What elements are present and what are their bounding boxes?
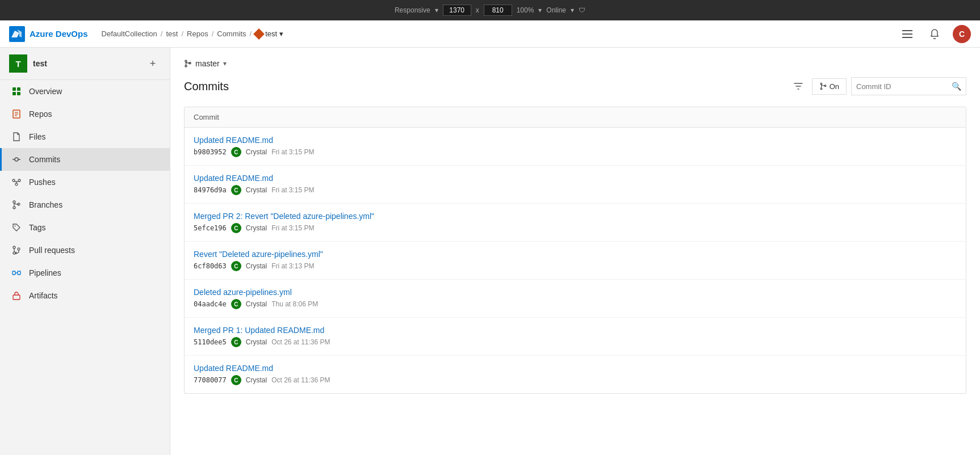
svg-point-28 (18, 248, 20, 250)
list-icon (902, 29, 912, 39)
commit-time: Fri at 3:15 PM (271, 224, 314, 232)
table-column-commit: Commit (194, 113, 219, 121)
commit-time: Oct 26 at 11:36 PM (271, 376, 330, 384)
commit-meta: 04aadc4e C Crystal Thu at 8:06 PM (194, 299, 957, 309)
commit-hash: 84976d9a (194, 186, 227, 194)
breadcrumb-defaultcollection[interactable]: DefaultCollection (102, 30, 157, 38)
table-row[interactable]: Updated README.md 84976d9a C Crystal Fri… (185, 166, 966, 204)
commit-hash: 6cf80d63 (194, 262, 227, 270)
width-input[interactable] (443, 5, 471, 16)
commits-icon (11, 154, 22, 165)
branch-selector[interactable]: master ▾ (184, 59, 966, 68)
artifacts-icon (11, 290, 22, 301)
commit-meta: 84976d9a C Crystal Fri at 3:15 PM (194, 185, 957, 195)
author-avatar: C (231, 375, 241, 385)
graph-button[interactable]: On (812, 78, 847, 95)
commit-meta: 77080077 C Crystal Oct 26 at 11:36 PM (194, 375, 957, 385)
logo-area[interactable]: Azure DevOps (9, 26, 88, 42)
commit-message: Merged PR 2: Revert "Deleted azure-pipel… (194, 212, 957, 221)
commit-id-input[interactable] (856, 82, 952, 91)
height-input[interactable] (484, 5, 512, 16)
author-avatar: C (231, 223, 241, 233)
commits-list: Updated README.md b9803952 C Crystal Fri… (185, 128, 966, 393)
commit-author: Crystal (246, 186, 267, 194)
shield-icon: 🛡 (579, 6, 585, 14)
sidebar-nav: Overview Repos (0, 80, 170, 307)
sidebar-item-overview[interactable]: Overview (0, 80, 170, 103)
commit-message: Deleted azure-pipelines.yml (194, 288, 957, 297)
search-icon: 🔍 (952, 82, 961, 91)
filter-button[interactable] (789, 77, 807, 95)
branches-icon (11, 199, 22, 210)
breadcrumb-commits[interactable]: Commits (217, 30, 246, 38)
svg-rect-5 (17, 87, 20, 91)
zoom-label: 100% (517, 6, 534, 14)
commit-author: Crystal (246, 224, 267, 232)
sidebar-item-pipelines[interactable]: Pipelines (0, 262, 170, 284)
table-row[interactable]: Deleted azure-pipelines.yml 04aadc4e C C… (185, 280, 966, 318)
commit-author: Crystal (246, 376, 267, 384)
sidebar-item-tags[interactable]: Tags (0, 216, 170, 239)
browser-bar: Responsive ▾ x 100% ▾ Online ▾ 🛡 (0, 0, 980, 20)
sidebar-item-label-pipelines: Pipelines (29, 268, 61, 277)
sidebar-item-repos[interactable]: Repos (0, 103, 170, 125)
breadcrumb-repos[interactable]: Repos (187, 30, 208, 38)
add-project-btn[interactable]: + (145, 56, 161, 71)
commit-hash: 77080077 (194, 376, 227, 384)
svg-point-26 (13, 246, 15, 248)
sidebar-item-files[interactable]: Files (0, 125, 170, 148)
sidebar-item-pull-requests[interactable]: Pull requests (0, 239, 170, 262)
logo-text: Azure DevOps (30, 29, 88, 39)
commit-meta: 5110dee5 C Crystal Oct 26 at 11:36 PM (194, 337, 957, 347)
user-avatar[interactable]: C (953, 25, 971, 43)
commit-time: Fri at 3:15 PM (271, 186, 314, 194)
commit-hash: 04aadc4e (194, 300, 227, 308)
table-row[interactable]: Updated README.md b9803952 C Crystal Fri… (185, 128, 966, 166)
author-avatar: C (231, 337, 241, 347)
bell-icon-btn[interactable] (925, 25, 944, 43)
sidebar-item-label-repos: Repos (29, 109, 52, 119)
svg-rect-2 (902, 33, 912, 35)
commit-author: Crystal (246, 148, 267, 156)
overview-icon (11, 86, 22, 97)
pipelines-icon (11, 267, 22, 279)
table-row[interactable]: Merged PR 2: Revert "Deleted azure-pipel… (185, 204, 966, 242)
breadcrumb-repo-tag[interactable]: test ▾ (255, 30, 283, 38)
breadcrumb-test[interactable]: test (166, 30, 178, 38)
commit-author: Crystal (246, 300, 267, 308)
sidebar-item-branches[interactable]: Branches (0, 193, 170, 216)
sidebar-item-label-commits: Commits (29, 155, 60, 164)
online-label: Online (546, 6, 566, 14)
sidebar-item-label-overview: Overview (29, 87, 62, 96)
svg-point-15 (15, 183, 18, 186)
sidebar-item-pushes[interactable]: Pushes (0, 171, 170, 193)
author-avatar: C (231, 147, 241, 157)
table-row[interactable]: Revert "Deleted azure-pipelines.yml" 6cf… (185, 242, 966, 280)
responsive-label: Responsive (395, 6, 430, 14)
app-container: Azure DevOps DefaultCollection / test / … (0, 20, 980, 455)
svg-point-25 (15, 226, 16, 227)
sep-1: / (161, 30, 163, 38)
sidebar-item-artifacts[interactable]: Artifacts (0, 284, 170, 307)
svg-rect-7 (17, 92, 20, 95)
graph-icon (819, 82, 827, 90)
commit-author: Crystal (246, 338, 267, 346)
table-row[interactable]: Merged PR 1: Updated README.md 5110dee5 … (185, 318, 966, 356)
table-row[interactable]: Updated README.md 77080077 C Crystal Oct… (185, 356, 966, 393)
repo-chevron-icon: ▾ (279, 30, 283, 38)
svg-rect-6 (12, 92, 16, 95)
sidebar-item-label-artifacts: Artifacts (29, 291, 58, 300)
graph-btn-label: On (830, 82, 839, 91)
sidebar-item-label-pushes: Pushes (29, 178, 56, 187)
pushes-icon (11, 176, 22, 188)
commit-id-search[interactable]: 🔍 (851, 77, 966, 95)
sidebar-item-commits[interactable]: Commits (0, 148, 170, 171)
commit-author: Crystal (246, 262, 267, 270)
sep-3: / (212, 30, 214, 38)
breadcrumb: DefaultCollection / test / Repos / Commi… (102, 30, 898, 38)
repos-icon (11, 108, 22, 120)
svg-rect-33 (13, 295, 20, 300)
files-icon (11, 131, 22, 142)
tags-icon (11, 222, 22, 233)
list-icon-btn[interactable] (898, 25, 916, 43)
